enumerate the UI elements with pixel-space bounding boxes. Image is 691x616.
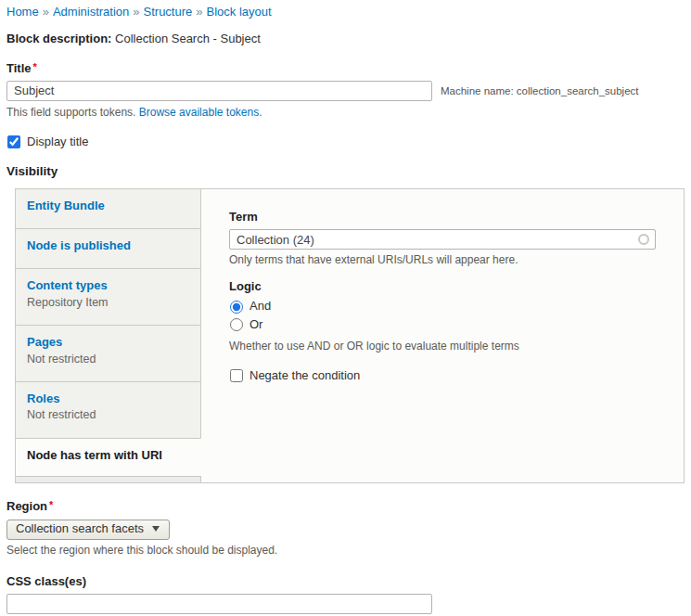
machine-name-text: Machine name: collection_search_subject bbox=[441, 84, 639, 97]
breadcrumb-separator: » bbox=[43, 5, 49, 19]
term-description: Only terms that have external URIs/URLs … bbox=[229, 253, 656, 267]
dropdown-arrow-icon bbox=[152, 526, 160, 532]
logic-option-and-row: And bbox=[229, 299, 656, 314]
region-select-value: Collection search facets bbox=[16, 521, 144, 536]
display-title-checkbox[interactable] bbox=[7, 135, 20, 148]
title-input[interactable] bbox=[6, 81, 432, 101]
tab-summary: Not restricted bbox=[27, 353, 189, 367]
tab-node-has-term-with-uri[interactable]: Node has term with URI bbox=[15, 438, 201, 476]
breadcrumb-link-home[interactable]: Home bbox=[6, 5, 39, 19]
term-label: Term bbox=[229, 210, 258, 225]
title-help: This field supports tokens. Browse avail… bbox=[6, 106, 685, 120]
visibility-vertical-tabs: Entity Bundle Node is published Content … bbox=[15, 188, 685, 483]
term-autocomplete-input[interactable] bbox=[229, 229, 656, 250]
logic-field-group: Logic And Or Whether to use AND or OR lo… bbox=[229, 279, 656, 353]
logic-and-label: And bbox=[250, 299, 271, 314]
display-title-label: Display title bbox=[27, 135, 88, 149]
tab-node-is-published[interactable]: Node is published bbox=[15, 228, 201, 268]
term-field-group: Term Only terms that have external URIs/… bbox=[229, 210, 656, 267]
block-description: Block description: Collection Search - S… bbox=[6, 32, 685, 46]
visibility-heading: Visibility bbox=[6, 164, 685, 180]
logic-or-radio[interactable] bbox=[230, 318, 243, 331]
breadcrumb: Home»Administration»Structure»Block layo… bbox=[6, 5, 685, 19]
title-field-group: Title* Machine name: collection_search_s… bbox=[6, 61, 685, 120]
block-description-value: Collection Search - Subject bbox=[115, 32, 261, 45]
css-classes-field-group: CSS class(es) Customize the styling of t… bbox=[6, 574, 685, 616]
logic-or-label: Or bbox=[250, 317, 262, 332]
css-classes-input[interactable] bbox=[6, 594, 432, 614]
breadcrumb-separator: » bbox=[196, 5, 202, 19]
breadcrumb-link-administration[interactable]: Administration bbox=[53, 5, 129, 19]
vertical-tab-pane: Term Only terms that have external URIs/… bbox=[200, 188, 685, 483]
negate-condition-label: Negate the condition bbox=[250, 368, 360, 383]
negate-condition-row: Negate the condition bbox=[229, 368, 656, 383]
region-field-group: Region* Collection search facets Select … bbox=[6, 499, 685, 557]
css-classes-label: CSS class(es) bbox=[6, 574, 86, 589]
tab-summary: Repository Item bbox=[27, 296, 189, 311]
breadcrumb-link-block-layout[interactable]: Block layout bbox=[207, 5, 272, 19]
browse-tokens-link[interactable]: Browse available tokens. bbox=[139, 106, 262, 119]
tab-content-types[interactable]: Content types Repository Item bbox=[15, 268, 201, 325]
breadcrumb-separator: » bbox=[133, 5, 139, 19]
logic-label: Logic bbox=[229, 279, 262, 294]
tab-entity-bundle[interactable]: Entity Bundle bbox=[15, 188, 201, 228]
required-marker: * bbox=[49, 499, 53, 510]
logic-option-or-row: Or bbox=[229, 317, 656, 332]
block-description-label: Block description: bbox=[6, 32, 111, 45]
tab-summary: Not restricted bbox=[27, 408, 189, 423]
required-marker: * bbox=[33, 61, 37, 72]
logic-description: Whether to use AND or OR logic to evalua… bbox=[229, 340, 656, 353]
region-description: Select the region where this block shoul… bbox=[6, 544, 685, 558]
region-select[interactable]: Collection search facets bbox=[6, 520, 170, 540]
breadcrumb-link-structure[interactable]: Structure bbox=[144, 5, 193, 19]
region-label: Region* bbox=[6, 499, 53, 514]
vertical-tab-menu: Entity Bundle Node is published Content … bbox=[15, 188, 201, 483]
title-label: Title* bbox=[6, 61, 37, 76]
negate-condition-checkbox[interactable] bbox=[230, 369, 243, 382]
tab-roles[interactable]: Roles Not restricted bbox=[15, 381, 201, 438]
tab-pages[interactable]: Pages Not restricted bbox=[15, 325, 201, 381]
display-title-row: Display title bbox=[6, 135, 685, 149]
tab-menu-filler bbox=[15, 476, 201, 483]
logic-and-radio[interactable] bbox=[230, 301, 243, 314]
